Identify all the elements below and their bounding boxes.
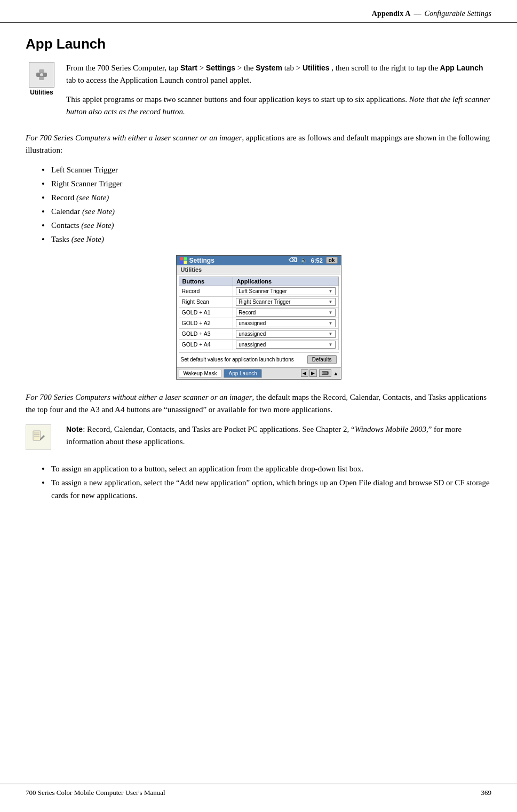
ss-app-2: Right Scanner Trigger ▼ <box>233 296 338 307</box>
para1-end: tab to access the Application Launch con… <box>66 76 251 84</box>
svg-rect-8 <box>33 431 41 440</box>
ss-dropdown-5-text: unassigned <box>238 331 266 337</box>
page-footer: 700 Series Color Mobile Computer User's … <box>0 784 517 801</box>
ss-nav-left[interactable]: ◀ <box>301 369 308 377</box>
pencil-icon <box>30 429 47 446</box>
ss-col-buttons: Buttons <box>179 277 233 286</box>
para3-italic: For 700 Series Computers with either a l… <box>26 133 242 142</box>
bullet-5-plain: Contacts <box>51 221 79 230</box>
bullet-3-italic: (see Note) <box>74 193 109 202</box>
table-row: GOLD + A1 Record ▼ <box>179 307 338 318</box>
ss-dropdown-2[interactable]: Right Scanner Trigger ▼ <box>236 298 335 306</box>
ss-tab-applaunch[interactable]: App Launch <box>224 369 261 378</box>
screenshot-wrapper: Settings ⌫ 🔈 6:52 ok Utilities <box>26 255 491 380</box>
ss-ok-button[interactable]: ok <box>326 257 338 264</box>
ss-dropdown-3[interactable]: Record ▼ <box>236 309 335 317</box>
ss-dropdown-1-arrow: ▼ <box>329 289 333 294</box>
ss-bottomtabs: Wakeup Mask App Launch ◀ ▶ ⌨ ▲ <box>177 367 341 379</box>
svg-rect-7 <box>184 261 187 264</box>
header-em-dash: — <box>413 10 421 18</box>
ss-btn-2: Right Scan <box>179 296 233 307</box>
table-row: GOLD + A4 unassigned ▼ <box>179 339 338 350</box>
ss-dropdown-4[interactable]: unassigned ▼ <box>236 319 335 327</box>
bullet2-1-text: To assign an application to a button, se… <box>51 464 363 473</box>
ss-keyboard-button[interactable]: ⌨ <box>319 369 331 377</box>
bullet-1-text: Left Scanner Trigger <box>51 165 118 174</box>
ss-dropdown-2-text: Right Scanner Trigger <box>238 299 290 305</box>
bullet-item-2: Right Scanner Trigger <box>42 177 491 190</box>
intro-text-block: From the 700 Series Computer, tap Start … <box>66 62 491 124</box>
para1-gt2: > the <box>235 64 256 72</box>
para1-start: From the 700 Series Computer, tap <box>66 64 180 72</box>
para1-utilities: Utilities <box>303 64 330 72</box>
para2-text: This applet programs or maps two scanner… <box>66 95 409 104</box>
ss-defaults-button[interactable]: Defaults <box>307 355 337 364</box>
header-chapter: Appendix A <box>372 10 411 18</box>
ss-tab-label: Utilities <box>177 265 341 274</box>
section-heading: App Launch <box>26 36 491 52</box>
content-area: App Launch Utilities From the 700 Seri <box>0 23 517 539</box>
ss-time: 6:52 <box>311 257 323 264</box>
ss-app-5: unassigned ▼ <box>233 328 338 339</box>
bullet-list-1: Left Scanner Trigger Right Scanner Trigg… <box>42 163 491 246</box>
ss-signal-icon: ⌫ <box>289 257 297 264</box>
note-icon-img <box>26 424 51 450</box>
ss-nav-right[interactable]: ▶ <box>309 369 317 377</box>
ss-col-apps: Applications <box>233 277 338 286</box>
ss-btn-1: Record <box>179 286 233 296</box>
ss-btn-5: GOLD + A3 <box>179 328 233 339</box>
ss-dropdown-1[interactable]: Left Scanner Trigger ▼ <box>236 287 335 295</box>
table-row: Right Scan Right Scanner Trigger ▼ <box>179 296 338 307</box>
bullet-5-italic: (see Note) <box>79 221 114 230</box>
ss-dropdown-4-arrow: ▼ <box>329 321 333 326</box>
bullet-item-4: Calendar (see Note) <box>42 205 491 218</box>
ss-dropdown-3-arrow: ▼ <box>329 310 333 315</box>
para3: For 700 Series Computers with either a l… <box>26 132 491 157</box>
ss-dropdown-5-arrow: ▼ <box>329 332 333 336</box>
bullet2-item-2: To assign a new application, select the … <box>42 476 491 502</box>
bullet2-2-text: To assign a new application, select the … <box>51 478 490 500</box>
svg-point-3 <box>40 73 43 76</box>
ss-app-4: unassigned ▼ <box>233 318 338 328</box>
bullet-6-plain: Tasks <box>51 235 69 243</box>
bullet-6-italic: (see Note) <box>69 235 104 243</box>
ss-btn-3: GOLD + A1 <box>179 307 233 318</box>
ss-dropdown-6[interactable]: unassigned ▼ <box>236 341 335 349</box>
bullet-item-5: Contacts (see Note) <box>42 219 491 232</box>
windows-icon <box>180 257 187 264</box>
bullet-4-plain: Calendar <box>51 207 80 216</box>
svg-rect-1 <box>39 69 44 73</box>
bullet-3-plain: Record <box>51 193 74 202</box>
para2: This applet programs or maps two scanner… <box>66 93 491 119</box>
ss-volume-icon: 🔈 <box>300 257 308 264</box>
note-label: Note <box>66 425 83 433</box>
ss-dropdown-2-arrow: ▼ <box>329 299 333 304</box>
para1-system: System <box>256 64 282 72</box>
note-icon-block <box>26 423 58 450</box>
ss-dropdown-3-text: Record <box>238 310 256 316</box>
header-title: Configurable Settings <box>425 10 491 18</box>
utilities-icon-svg <box>32 65 51 84</box>
ss-tab-wakeupmask[interactable]: Wakeup Mask <box>179 369 222 378</box>
utilities-label: Utilities <box>30 89 53 96</box>
ss-dropdown-5[interactable]: unassigned ▼ <box>236 330 335 338</box>
para1-tab: tab > <box>282 64 303 72</box>
footer-manual-title: 700 Series Color Mobile Computer User's … <box>26 789 165 797</box>
para1: From the 700 Series Computer, tap Start … <box>66 62 491 87</box>
ss-arrow-up: ▲ <box>333 370 339 376</box>
bullet-2-text: Right Scanner Trigger <box>51 179 122 188</box>
header-text: Appendix A—Configurable Settings <box>372 10 491 18</box>
svg-rect-5 <box>184 257 187 261</box>
utilities-icon-block: Utilities <box>26 62 58 96</box>
note-para: Note: Record, Calendar, Contacts, and Ta… <box>66 423 491 448</box>
ss-dropdown-1-text: Left Scanner Trigger <box>238 288 287 294</box>
svg-marker-12 <box>41 435 45 439</box>
ss-titlebar-left: Settings <box>180 257 214 264</box>
ss-nav-arrows: ◀ ▶ <box>301 369 317 377</box>
para4-italic: For 700 Series Computers without either … <box>26 393 252 401</box>
ss-app-6: unassigned ▼ <box>233 339 338 350</box>
note-block: Note: Record, Calendar, Contacts, and Ta… <box>26 423 491 455</box>
svg-rect-2 <box>39 77 44 80</box>
bullet-list-2: To assign an application to a button, se… <box>42 462 491 502</box>
page-header: Appendix A—Configurable Settings <box>0 0 517 23</box>
